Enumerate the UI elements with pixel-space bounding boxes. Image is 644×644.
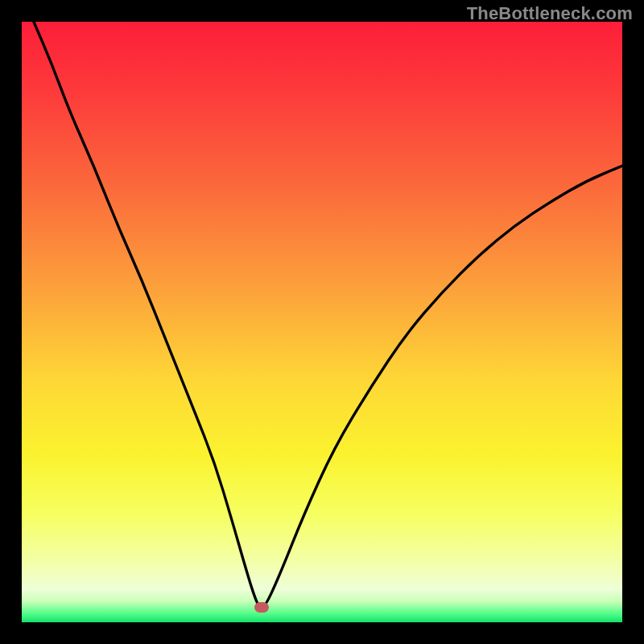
watermark-text: TheBottleneck.com — [467, 3, 633, 24]
chart-frame: TheBottleneck.com — [0, 0, 644, 644]
bottleneck-curve — [22, 22, 622, 622]
minimum-marker — [254, 602, 269, 613]
plot-area — [22, 22, 622, 622]
